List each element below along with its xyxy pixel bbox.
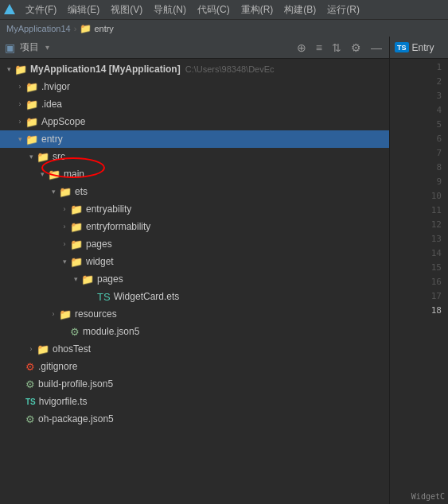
menu-build[interactable]: 构建(B): [279, 2, 321, 18]
ohostest-expand[interactable]: ›: [25, 343, 37, 355]
ets-folder-icon: 📁: [59, 186, 72, 198]
tree-item-widgetcard[interactable]: › TS WidgetCard.ets: [0, 288, 389, 305]
entryability-expand[interactable]: ›: [59, 204, 70, 215]
tree-item-buildprofile[interactable]: › ⚙ build-profile.json5: [0, 375, 389, 393]
line-17: 17: [390, 289, 442, 304]
tree-item-modulejson[interactable]: › ⚙ module.json5: [0, 323, 389, 340]
gitignore-file-icon: ⚙: [25, 361, 35, 373]
hvigorfile-file-icon: TS: [25, 397, 36, 406]
hvigor-label: .hvigor: [41, 81, 70, 92]
tree-item-hvigorfile[interactable]: › TS hvigorfile.ts: [0, 393, 389, 410]
line-9: 9: [390, 175, 442, 189]
line-13: 13: [390, 232, 442, 246]
tree-item-idea[interactable]: › 📁 .idea: [0, 95, 389, 113]
tree-item-entry[interactable]: ▾ 📁 entry: [0, 130, 389, 148]
bottom-file-label: WidgetC: [390, 490, 448, 504]
line-7: 7: [390, 146, 442, 161]
entryformability-expand[interactable]: ›: [59, 221, 70, 232]
widget-expand[interactable]: ▾: [59, 256, 70, 267]
menu-file[interactable]: 文件(F): [21, 2, 61, 18]
hvigor-folder-icon: 📁: [25, 81, 38, 93]
appscope-label: AppScope: [41, 116, 85, 127]
line-10: 10: [390, 189, 442, 204]
menu-code[interactable]: 代码(C): [193, 2, 235, 18]
tree-item-resources[interactable]: › 📁 resources: [0, 305, 389, 323]
pages-folder-icon: 📁: [70, 238, 83, 250]
entry-label: entry: [41, 134, 63, 145]
root-folder-icon: 📁: [14, 64, 27, 76]
menu-refactor[interactable]: 重构(R): [236, 2, 279, 18]
idea-label: .idea: [41, 99, 62, 110]
ets-label: ets: [75, 186, 88, 197]
line-6: 6: [390, 132, 442, 146]
pages-expand[interactable]: ›: [59, 238, 70, 250]
toolbar-settings-btn[interactable]: ⚙: [349, 41, 364, 55]
file-tree[interactable]: ▾ 📁 MyApplication14 [MyApplication] C:\U…: [0, 59, 389, 504]
tree-item-main[interactable]: ▾ 📁 main: [0, 165, 389, 183]
toolbar-collapse-btn[interactable]: ≡: [314, 41, 325, 55]
menu-edit[interactable]: 编辑(E): [63, 2, 104, 18]
tree-item-gitignore[interactable]: › ⚙ .gitignore: [0, 358, 389, 375]
root-path: C:\Users\98348\DevEc: [185, 64, 275, 74]
root-expand-arrow[interactable]: ▾: [3, 64, 14, 75]
appscope-expand[interactable]: ›: [14, 116, 25, 127]
line-2: 2: [390, 75, 442, 89]
menu-view[interactable]: 视图(V): [106, 2, 147, 18]
line-1: 1: [390, 60, 442, 75]
ets-expand[interactable]: ▾: [48, 186, 59, 197]
line-4: 4: [390, 103, 442, 118]
tree-item-pages[interactable]: › 📁 pages: [0, 235, 389, 253]
buildprofile-label: build-profile.json5: [38, 378, 113, 390]
breadcrumb-app[interactable]: MyApplication14: [6, 24, 71, 33]
entryformability-folder-icon: 📁: [70, 221, 83, 233]
line-16: 16: [390, 275, 442, 289]
src-folder-icon: 📁: [37, 151, 49, 163]
tree-item-entryformability[interactable]: › 📁 entryformability: [0, 218, 389, 235]
right-tab-label[interactable]: Entry: [412, 42, 434, 53]
toolbar-minimize-btn[interactable]: —: [368, 41, 384, 55]
gitignore-label: .gitignore: [38, 361, 77, 372]
tree-item-widget[interactable]: ▾ 📁 widget: [0, 253, 389, 270]
ohpackage-file-icon: ⚙: [25, 413, 35, 425]
main-expand[interactable]: ▾: [37, 169, 48, 180]
line-numbers: 1 2 3 4 5 6 7 8 9 10 11 12 13 14 15 16 1…: [390, 59, 448, 490]
tree-item-ets[interactable]: ▾ 📁 ets: [0, 183, 389, 200]
panel-dropdown-icon[interactable]: ▾: [45, 43, 49, 52]
toolbar-target-btn[interactable]: ⊕: [294, 41, 309, 55]
hvigor-expand[interactable]: ›: [14, 81, 25, 92]
resources-expand[interactable]: ›: [48, 308, 59, 320]
line-12: 12: [390, 218, 442, 232]
left-panel: ▣ 项目 ▾ ⊕ ≡ ⇅ ⚙ — ▾ 📁 MyApplication14 [My…: [0, 37, 390, 504]
tree-item-ohpackage[interactable]: › ⚙ oh-package.json5: [0, 410, 389, 428]
tree-item-entryability[interactable]: › 📁 entryability: [0, 200, 389, 218]
tree-item-src[interactable]: ▾ 📁 src: [0, 148, 389, 165]
menu-navigate[interactable]: 导航(N): [149, 2, 191, 18]
widget-pages-expand[interactable]: ▾: [70, 273, 81, 285]
breadcrumb-current: entry: [94, 24, 113, 33]
tree-item-hvigor[interactable]: › 📁 .hvigor: [0, 78, 389, 95]
src-expand[interactable]: ▾: [25, 151, 37, 162]
ohostest-folder-icon: 📁: [37, 343, 49, 355]
panel-toolbar: ▣ 项目 ▾ ⊕ ≡ ⇅ ⚙ —: [0, 37, 389, 59]
tree-item-widget-pages[interactable]: ▾ 📁 pages: [0, 270, 389, 288]
breadcrumb: MyApplication14 › 📁 entry: [0, 19, 448, 37]
widget-label: widget: [86, 256, 114, 267]
idea-expand[interactable]: ›: [14, 99, 25, 110]
entryability-folder-icon: 📁: [70, 204, 83, 215]
right-panel-header: TS Entry: [390, 37, 448, 59]
tree-item-appscope[interactable]: › 📁 AppScope: [0, 113, 389, 130]
line-5: 5: [390, 118, 442, 132]
toolbar-sort-btn[interactable]: ⇅: [329, 41, 344, 55]
idea-folder-icon: 📁: [25, 99, 38, 110]
tree-item-ohostest[interactable]: › 📁 ohosTest: [0, 340, 389, 358]
svg-marker-0: [4, 4, 15, 14]
root-label: MyApplication14 [MyApplication]: [30, 64, 181, 75]
menu-run[interactable]: 运行(R): [322, 2, 364, 18]
widget-pages-folder-icon: 📁: [81, 273, 94, 285]
line-11: 11: [390, 204, 442, 218]
widget-pages-label: pages: [97, 273, 123, 285]
entry-expand[interactable]: ▾: [14, 134, 25, 145]
breadcrumb-folder-icon: 📁: [80, 23, 92, 34]
entry-folder-icon: 📁: [25, 134, 38, 145]
tree-root[interactable]: ▾ 📁 MyApplication14 [MyApplication] C:\U…: [0, 60, 389, 78]
